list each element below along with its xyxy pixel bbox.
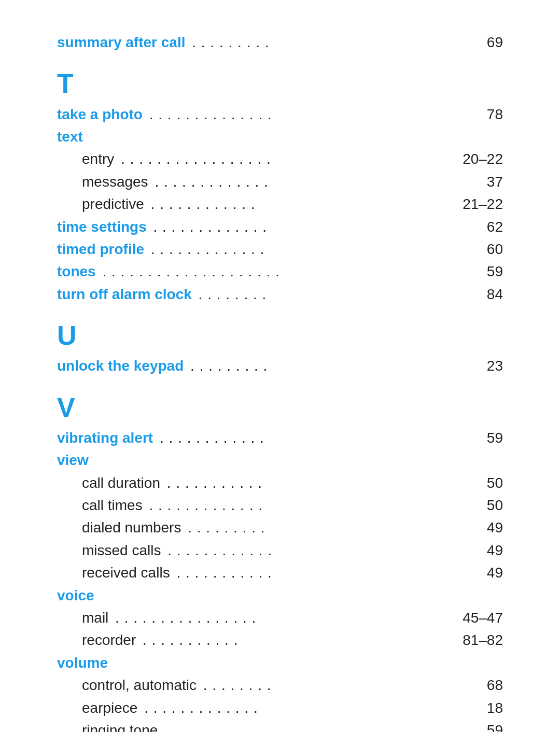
entry-dots: . . . . . . . . . . . . . [150,171,475,193]
list-item: volume [57,652,503,674]
entry-dots: . . . . . . . . . . . . . [145,494,475,516]
entry-dots: . . . . . . . . . . . [162,472,475,494]
entry-label: vibrating alert [57,427,153,449]
entry-label: dialed numbers [82,516,181,539]
entry-dots: . . . . . . . . [199,674,475,696]
entry-dots: . . . . . . . . . . . [172,561,475,584]
entry-label: take a photo [57,103,143,125]
entry-label: entry [82,148,114,170]
top-section: summary after call . . . . . . . . . 69 [57,31,503,53]
entry-page: 81–82 [463,629,503,651]
entry-label: volume [57,652,108,674]
entry-page: 59 [477,719,503,732]
entry-page: 69 [477,31,503,53]
entry-page: 49 [477,561,503,584]
entry-label: recorder [82,629,136,651]
entry-page: 20–22 [463,148,503,170]
entry-dots: . . . . . . . . . . . . . . . . [110,607,460,629]
entry-page: 59 [477,427,503,449]
entry-page: 37 [477,171,503,193]
entry-label: summary after call [57,31,185,53]
list-item: call duration . . . . . . . . . . . 50 [57,472,503,494]
list-item: earpiece . . . . . . . . . . . . . 18 [57,697,503,719]
entry-label: call times [82,494,143,516]
entry-label: unlock the keypad [57,355,184,377]
entry-label: text [57,125,83,148]
entry-label: timed profile [57,238,144,260]
list-item: dialed numbers . . . . . . . . . 49 [57,516,503,539]
entry-dots: . . . . . . . . . . . . . [146,238,475,260]
list-item: time settings . . . . . . . . . . . . . … [57,216,503,238]
entry-page: 23 [477,355,503,377]
entry-label: turn off alarm clock [57,283,192,305]
entry-page: 60 [477,238,503,260]
list-item: call times . . . . . . . . . . . . . 50 [57,494,503,516]
entry-dots: . . . . . . . . . . . [160,719,475,732]
entry-dots: . . . . . . . . . . . . [155,427,475,449]
section-letter-v: V [57,393,503,423]
entry-label: control, automatic [82,674,197,696]
entry-page: 45–47 [463,607,503,629]
entry-label: call duration [82,472,160,494]
list-item: unlock the keypad . . . . . . . . . 23 [57,355,503,377]
entry-dots: . . . . . . . . . . . . . [139,697,475,719]
entry-label: ringing tone [82,719,158,732]
list-item: recorder . . . . . . . . . . . 81–82 [57,629,503,651]
entry-page: 78 [477,103,503,125]
list-item: voice [57,584,503,607]
entry-page: 49 [477,539,503,561]
section-letter-u: U [57,321,503,350]
section-v: V vibrating alert . . . . . . . . . . . … [57,393,503,732]
entry-page: 50 [477,472,503,494]
entry-page: 59 [477,260,503,283]
entry-dots: . . . . . . . . . . . [138,629,460,651]
section-t: T take a photo . . . . . . . . . . . . .… [57,69,503,305]
list-item: received calls . . . . . . . . . . . 49 [57,561,503,584]
entry-dots: . . . . . . . . . . . . . . [145,103,475,125]
list-item: ringing tone . . . . . . . . . . . 59 [57,719,503,732]
entry-label: time settings [57,216,147,238]
entry-page: 84 [477,283,503,305]
entry-dots: . . . . . . . . . [187,31,475,53]
entry-dots: . . . . . . . . . [183,516,475,539]
list-item: summary after call . . . . . . . . . 69 [57,31,503,53]
entry-label: missed calls [82,539,161,561]
index-content: summary after call . . . . . . . . . 69 … [57,31,503,732]
entry-label: predictive [82,193,144,215]
list-item: mail . . . . . . . . . . . . . . . . 45–… [57,607,503,629]
list-item: text [57,125,503,148]
entry-page: 21–22 [463,193,503,215]
list-item: messages . . . . . . . . . . . . . 37 [57,171,503,193]
entry-label: voice [57,584,94,607]
list-item: take a photo . . . . . . . . . . . . . .… [57,103,503,125]
entry-page: 68 [477,674,503,696]
section-letter-t: T [57,69,503,98]
entry-label: tones [57,260,96,283]
entry-label: earpiece [82,697,137,719]
entry-dots: . . . . . . . . . [186,355,475,377]
list-item: missed calls . . . . . . . . . . . . 49 [57,539,503,561]
entry-dots: . . . . . . . . . . . . . . . . . . . . [98,260,475,283]
entry-label: view [57,449,89,471]
entry-dots: . . . . . . . . . . . . [146,193,460,215]
list-item: timed profile . . . . . . . . . . . . . … [57,238,503,260]
entry-dots: . . . . . . . . [194,283,475,305]
entry-page: 62 [477,216,503,238]
entry-dots: . . . . . . . . . . . . . [149,216,475,238]
entry-label: mail [82,607,108,629]
list-item: vibrating alert . . . . . . . . . . . . … [57,427,503,449]
section-u: U unlock the keypad . . . . . . . . . 23 [57,321,503,377]
list-item: control, automatic . . . . . . . . 68 [57,674,503,696]
entry-page: 50 [477,494,503,516]
list-item: view [57,449,503,471]
entry-label: messages [82,171,148,193]
entry-dots: . . . . . . . . . . . . . . . . . [116,148,460,170]
entry-label: received calls [82,561,170,584]
list-item: predictive . . . . . . . . . . . . 21–22 [57,193,503,215]
entry-page: 18 [477,697,503,719]
list-item: turn off alarm clock . . . . . . . . 84 [57,283,503,305]
entry-dots: . . . . . . . . . . . . [163,539,475,561]
entry-page: 49 [477,516,503,539]
list-item: tones . . . . . . . . . . . . . . . . . … [57,260,503,283]
list-item: entry . . . . . . . . . . . . . . . . . … [57,148,503,170]
